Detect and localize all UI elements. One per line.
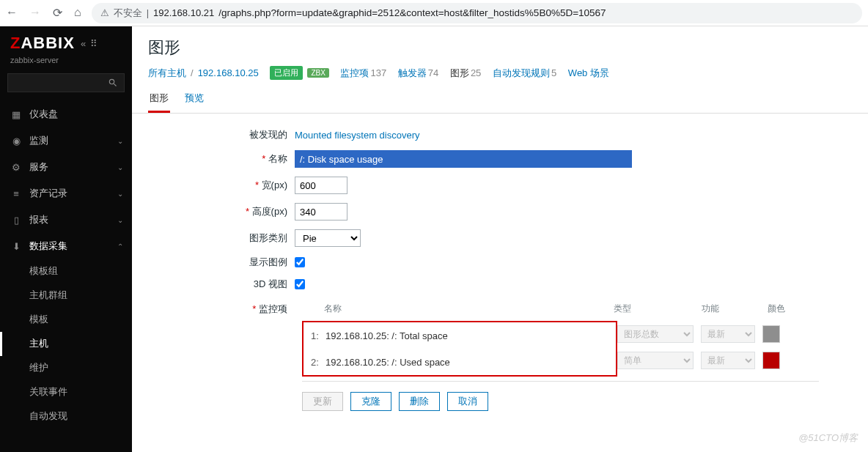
collapse-icon[interactable]: «: [81, 38, 86, 49]
sub-maintenance[interactable]: 维护: [0, 356, 132, 380]
name-label: 名称: [148, 152, 295, 166]
col-fn: 功能: [702, 303, 768, 315]
color-swatch-1[interactable]: [762, 325, 780, 343]
chevron-up-icon: ⌃: [117, 242, 123, 251]
discovered-link[interactable]: Mounted filesystem discovery: [295, 130, 420, 141]
sub-correlation[interactable]: 关联事件: [0, 380, 132, 404]
watermark: @51CTO博客: [798, 431, 858, 445]
type-label: 图形类别: [148, 231, 295, 245]
item-row-2: 2: 192.168.10.25: /: Used space: [304, 349, 616, 375]
discovered-label: 被发现的: [148, 128, 295, 141]
items-highlight-box: 1: 192.168.10.25: /: Total space 2: 192.…: [302, 321, 617, 377]
url-path: /graphs.php?form=update&graphid=2512&con…: [218, 7, 606, 18]
bc-monitors[interactable]: 监控项: [340, 67, 369, 78]
sub-host-groups[interactable]: 主机群组: [0, 284, 132, 308]
zbx-badge: ZBX: [307, 68, 328, 78]
fn-select-1: 最新: [701, 325, 755, 343]
insecure-label: 不安全: [114, 7, 142, 20]
bc-discovery[interactable]: 自动发现规则: [493, 67, 550, 78]
main-content: 图形 所有主机 / 192.168.10.25 已启用 ZBX 监控项137 触…: [132, 26, 868, 452]
page-title: 图形: [132, 26, 868, 66]
bc-web[interactable]: Web 场景: [568, 67, 609, 80]
address-bar[interactable]: ⚠ 不安全 | 192.168.10.21/graphs.php?form=up…: [92, 3, 862, 23]
url-host: 192.168.10.21: [153, 7, 214, 18]
col-type: 类型: [614, 303, 702, 315]
height-label: 高度(px): [148, 205, 295, 218]
chevron-down-icon: ⌄: [117, 137, 123, 145]
zabbix-logo[interactable]: ZABBIX: [10, 34, 75, 53]
col-color: 颜色: [768, 303, 804, 315]
chevron-down-icon: ⌄: [117, 190, 123, 198]
services-icon: ⚙: [10, 162, 22, 173]
sidebar-item-reports[interactable]: ▯ 报表 ⌄: [0, 207, 132, 233]
graph-form: 被发现的 Mounted filesystem discovery 名称 宽(p…: [132, 114, 868, 426]
bc-triggers[interactable]: 触发器: [398, 67, 427, 78]
enabled-badge: 已启用: [270, 66, 303, 80]
tab-preview[interactable]: 预览: [183, 86, 205, 113]
report-icon: ▯: [10, 215, 22, 226]
items-label: 监控项: [148, 300, 295, 316]
insecure-icon: ⚠: [100, 7, 109, 18]
forward-icon[interactable]: →: [29, 6, 41, 20]
view3d-label: 3D 视图: [148, 278, 295, 291]
update-button: 更新: [302, 392, 343, 411]
width-input[interactable]: [295, 177, 347, 194]
sidebar-item-services[interactable]: ⚙ 服务 ⌄: [0, 154, 132, 180]
download-icon: ⬇: [10, 241, 22, 252]
height-input[interactable]: [295, 203, 347, 221]
color-swatch-2[interactable]: [762, 352, 780, 369]
width-label: 宽(px): [148, 179, 295, 192]
sidebar-search[interactable]: [7, 73, 125, 92]
item-row-1: 1: 192.168.10.25: /: Total space: [304, 322, 616, 349]
browser-toolbar: ← → ⟳ ⌂ ⚠ 不安全 | 192.168.10.21/graphs.php…: [0, 0, 868, 26]
cancel-button[interactable]: 取消: [447, 392, 488, 411]
sidebar-item-inventory[interactable]: ≡ 资产记录 ⌄: [0, 180, 132, 207]
sidebar-item-monitoring[interactable]: ◉ 监测 ⌄: [0, 127, 132, 154]
sub-template-groups[interactable]: 模板组: [0, 259, 132, 284]
bc-all-hosts[interactable]: 所有主机: [148, 67, 186, 80]
list-icon: ≡: [10, 188, 22, 199]
legend-label: 显示图例: [148, 256, 295, 269]
reload-icon[interactable]: ⟳: [53, 6, 62, 20]
items-grid: 名称 类型 功能 颜色 1: 192.168.10.25: /: Total s…: [302, 300, 819, 382]
bc-host[interactable]: 192.168.10.25: [198, 67, 259, 78]
chevron-down-icon: ⌄: [117, 216, 123, 224]
clone-button[interactable]: 克隆: [350, 392, 391, 411]
type-select-1: 图形总数: [617, 325, 694, 343]
item-name-1[interactable]: 192.168.10.25: /: Total space: [326, 330, 615, 341]
delete-button[interactable]: 删除: [399, 392, 440, 411]
search-icon: [108, 78, 118, 88]
name-input[interactable]: [295, 150, 632, 168]
chevron-down-icon: ⌄: [117, 163, 123, 171]
sidebar: ZABBIX « ⠿ zabbix-server ▦ 仪表盘 ◉ 监测 ⌄ ⚙ …: [0, 26, 132, 452]
type-select-2: 简单: [617, 352, 694, 369]
back-icon[interactable]: ←: [6, 6, 18, 20]
breadcrumb: 所有主机 / 192.168.10.25 已启用 ZBX 监控项137 触发器7…: [132, 66, 868, 86]
button-row: 更新 克隆 删除 取消: [302, 392, 852, 411]
sub-templates[interactable]: 模板: [0, 308, 132, 332]
col-name: 名称: [324, 303, 614, 315]
dashboard-icon: ▦: [10, 109, 22, 120]
sidebar-item-dashboard[interactable]: ▦ 仪表盘: [0, 101, 132, 127]
bc-graphs: 图形: [450, 67, 469, 78]
sub-hosts[interactable]: 主机: [0, 332, 132, 356]
legend-checkbox[interactable]: [295, 257, 305, 267]
tab-graph[interactable]: 图形: [148, 86, 170, 113]
type-select[interactable]: Pie: [295, 229, 361, 247]
home-icon[interactable]: ⌂: [74, 6, 81, 20]
fn-select-2: 最新: [701, 352, 755, 369]
item-name-2[interactable]: 192.168.10.25: /: Used space: [326, 357, 615, 368]
server-name: zabbix-server: [0, 56, 132, 70]
menu-toggle-icon[interactable]: ⠿: [90, 38, 98, 49]
eye-icon: ◉: [10, 136, 22, 147]
view3d-checkbox[interactable]: [295, 279, 305, 289]
sub-discovery[interactable]: 自动发现: [0, 404, 132, 429]
content-tabs: 图形 预览: [132, 86, 868, 114]
sidebar-item-data-collection[interactable]: ⬇ 数据采集 ⌃: [0, 233, 132, 259]
